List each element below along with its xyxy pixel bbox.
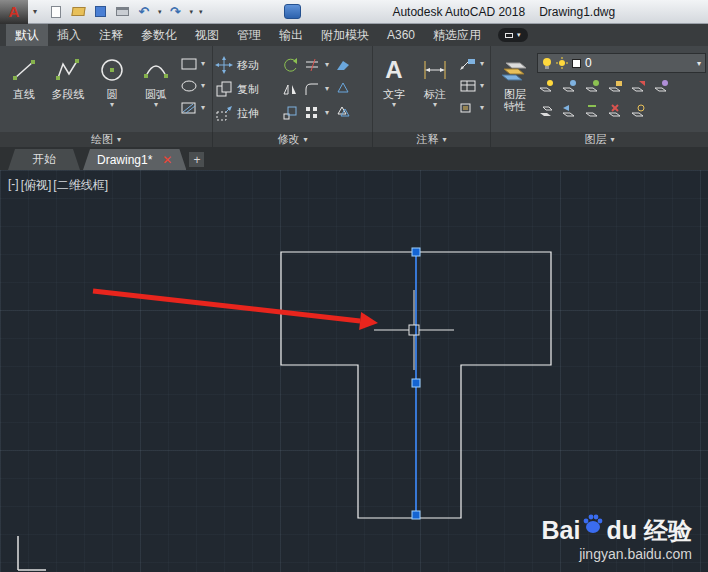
tab-manage[interactable]: 管理 <box>228 24 270 46</box>
ribbon-display-toggle[interactable]: ▾ <box>498 28 528 42</box>
rotate-button[interactable] <box>281 56 299 74</box>
dimension-button[interactable]: 标注 ▾ <box>413 49 457 130</box>
layer-isolate-button[interactable] <box>560 78 578 96</box>
annotation-style-button[interactable]: ▾ <box>459 99 484 117</box>
layer-properties-button[interactable]: 图层特性 <box>493 49 537 130</box>
rectangle-button[interactable]: ▾ <box>180 55 205 73</box>
a360-icon[interactable] <box>284 4 301 19</box>
draw-panel-footer[interactable]: 绘图 ▾ <box>0 132 212 147</box>
tab-parametric[interactable]: 参数化 <box>132 24 186 46</box>
layer-settings-button[interactable] <box>629 102 647 120</box>
grip[interactable] <box>412 511 420 519</box>
application-menu-button[interactable]: A <box>0 0 28 24</box>
copy-button[interactable]: 复制 <box>215 79 281 99</box>
layer-match-button[interactable] <box>629 78 647 96</box>
annotation-style-caret-icon[interactable]: ▾ <box>480 104 484 112</box>
hatch-caret-icon[interactable]: ▾ <box>201 104 205 112</box>
close-tab-icon[interactable]: ✕ <box>162 153 172 167</box>
move-button[interactable]: 移动 <box>215 55 281 75</box>
layers-panel-expand-caret-icon[interactable]: ▾ <box>610 136 614 144</box>
rectangle-caret-icon[interactable]: ▾ <box>201 60 205 68</box>
array-button[interactable] <box>303 104 321 122</box>
new-file-button[interactable] <box>48 4 64 20</box>
file-tab-start[interactable]: 开始 <box>8 149 80 170</box>
array-caret-icon[interactable]: ▾ <box>325 109 329 117</box>
tab-home[interactable]: 默认 <box>6 24 48 46</box>
open-file-button[interactable] <box>70 4 86 20</box>
erase-button[interactable] <box>334 56 352 74</box>
tab-featured-apps[interactable]: 精选应用 <box>424 24 490 46</box>
offset-button[interactable] <box>334 102 352 120</box>
tab-output[interactable]: 输出 <box>270 24 312 46</box>
visual-style-control[interactable]: [二维线框] <box>53 177 108 194</box>
layer-dropdown-caret-icon[interactable]: ▾ <box>697 59 701 68</box>
tab-addins[interactable]: 附加模块 <box>312 24 378 46</box>
circle-button[interactable]: 圆 ▾ <box>90 49 134 130</box>
redo-button[interactable]: ↷ <box>168 4 184 20</box>
trim-caret-icon[interactable]: ▾ <box>325 61 329 69</box>
file-tab-drawing1-label: Drawing1* <box>97 153 152 167</box>
fillet-caret-icon[interactable]: ▾ <box>325 85 329 93</box>
draw-panel-expand-caret-icon[interactable]: ▾ <box>117 136 121 144</box>
scale-button[interactable] <box>281 104 299 122</box>
grip[interactable] <box>412 379 420 387</box>
trim-button[interactable] <box>303 56 321 74</box>
undo-caret-icon[interactable]: ▾ <box>158 8 162 16</box>
viewport-menu-control[interactable]: [-] <box>8 177 19 194</box>
drawing-canvas[interactable]: [-] [俯视] [二维线框] Bai <box>0 170 708 572</box>
undo-button[interactable]: ↶ <box>136 4 152 20</box>
arc-button[interactable]: 圆弧 ▾ <box>134 49 178 130</box>
ucs-icon[interactable] <box>18 536 46 570</box>
qat-customize-caret-icon[interactable]: ▾ <box>199 8 203 16</box>
modify-main-tools: 移动 复制 拉伸 <box>215 49 281 130</box>
text-caret-icon[interactable]: ▾ <box>392 101 396 109</box>
layer-delete-button[interactable] <box>606 102 624 120</box>
explode-button[interactable] <box>334 79 352 97</box>
layers-panel-footer[interactable]: 图层 ▾ <box>490 132 708 147</box>
layer-freeze-button[interactable] <box>583 78 601 96</box>
modify-panel-footer-label: 修改 <box>277 132 299 147</box>
layer-walk-button[interactable] <box>652 78 670 96</box>
grip[interactable] <box>412 248 420 256</box>
line-button[interactable]: 直线 <box>2 49 46 130</box>
stretch-button[interactable]: 拉伸 <box>215 103 281 123</box>
modify-panel-footer[interactable]: 修改 ▾ <box>212 132 372 147</box>
ellipse-button[interactable]: ▾ <box>180 77 205 95</box>
layer-dropdown[interactable]: 0 ▾ <box>537 53 706 73</box>
ellipse-caret-icon[interactable]: ▾ <box>201 82 205 90</box>
watermark-bai-text: Bai <box>542 518 581 543</box>
tab-insert[interactable]: 插入 <box>48 24 90 46</box>
table-caret-icon[interactable]: ▾ <box>480 82 484 90</box>
circle-flyout-caret-icon[interactable]: ▾ <box>110 101 114 109</box>
leader-caret-icon[interactable]: ▾ <box>480 60 484 68</box>
dimension-icon <box>421 53 449 87</box>
layer-off-button[interactable] <box>537 78 555 96</box>
layer-previous-button[interactable] <box>560 102 578 120</box>
redo-caret-icon[interactable]: ▾ <box>190 8 194 16</box>
dimension-caret-icon[interactable]: ▾ <box>433 101 437 109</box>
plot-button[interactable] <box>114 4 130 20</box>
annotate-panel-expand-caret-icon[interactable]: ▾ <box>442 136 446 144</box>
fillet-button[interactable] <box>303 80 321 98</box>
tab-view[interactable]: 视图 <box>186 24 228 46</box>
modify-panel-expand-caret-icon[interactable]: ▾ <box>303 136 307 144</box>
layer-make-current-button[interactable] <box>537 102 555 120</box>
hatch-button[interactable]: ▾ <box>180 99 205 117</box>
mirror-button[interactable] <box>281 80 299 98</box>
new-drawing-tab-button[interactable]: + <box>189 152 204 167</box>
file-tab-drawing1[interactable]: Drawing1* ✕ <box>83 149 186 170</box>
arc-flyout-caret-icon[interactable]: ▾ <box>154 101 158 109</box>
layer-lock-button[interactable] <box>606 78 624 96</box>
leader-button[interactable]: ▾ <box>459 55 484 73</box>
save-button[interactable] <box>92 4 108 20</box>
view-control[interactable]: [俯视] <box>21 177 52 194</box>
table-button[interactable]: ▾ <box>459 77 484 95</box>
tab-parametric-label: 参数化 <box>141 27 177 44</box>
annotate-panel-footer[interactable]: 注释 ▾ <box>372 132 490 147</box>
tab-annotate[interactable]: 注释 <box>90 24 132 46</box>
text-button[interactable]: A 文字 ▾ <box>375 49 413 130</box>
layer-merge-button[interactable] <box>583 102 601 120</box>
tab-a360[interactable]: A360 <box>378 24 424 46</box>
polyline-button[interactable]: 多段线 <box>46 49 90 130</box>
application-menu-caret-icon[interactable]: ▾ <box>33 7 37 16</box>
